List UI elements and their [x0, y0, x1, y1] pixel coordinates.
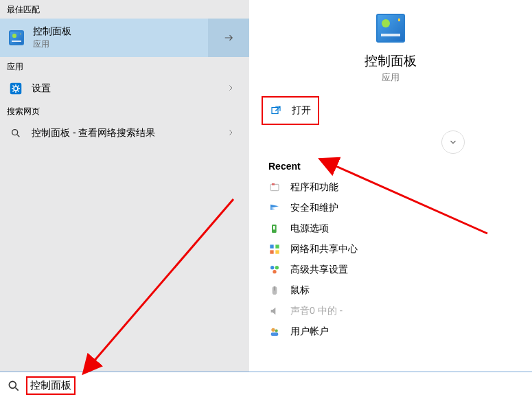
- recent-item-icon: [268, 305, 281, 317]
- open-preview-button[interactable]: [208, 19, 249, 57]
- chevron-down-icon: [448, 137, 458, 147]
- control-panel-icon: [8, 30, 25, 46]
- svg-rect-7: [273, 226, 275, 229]
- search-value: 控制面板: [30, 379, 71, 391]
- recent-item-icon: [268, 243, 281, 255]
- svg-rect-5: [272, 183, 275, 185]
- svg-rect-4: [270, 184, 279, 190]
- open-action[interactable]: 打开: [263, 98, 318, 124]
- recent-item[interactable]: 高级共享设置: [249, 260, 532, 280]
- recent-header: Recent: [249, 161, 532, 177]
- svg-point-18: [275, 330, 278, 332]
- recent-item[interactable]: 网络和共享中心: [249, 239, 532, 260]
- open-icon: [270, 104, 282, 117]
- recent-item-icon: [268, 326, 281, 338]
- svg-rect-10: [270, 250, 273, 253]
- settings-result[interactable]: 设置: [0, 76, 249, 102]
- svg-point-12: [270, 266, 274, 269]
- search-bar[interactable]: 控制面板: [0, 372, 532, 399]
- recent-item-icon: [268, 223, 281, 235]
- apps-header: 应用: [0, 57, 249, 76]
- arrow-right-icon: [222, 32, 235, 44]
- search-icon: [8, 126, 23, 141]
- svg-point-14: [273, 270, 276, 273]
- chevron-right-icon: [220, 127, 241, 139]
- annotation-box: 打开: [262, 96, 319, 125]
- recent-item-label: 高级共享设置: [290, 264, 348, 276]
- svg-point-2: [12, 130, 18, 135]
- web-result-label: 控制面板 - 查看网络搜索结果: [32, 127, 220, 139]
- recent-item[interactable]: 用户帐户: [249, 321, 532, 342]
- recent-item-label: 声音0 中的 -: [290, 305, 343, 317]
- recent-item-label: 鼠标: [290, 284, 310, 297]
- preview-subtitle: 应用: [382, 71, 400, 84]
- settings-label: 设置: [32, 82, 220, 95]
- recent-item: 声音0 中的 -: [249, 301, 532, 321]
- recent-item-label: 安全和维护: [290, 202, 338, 214]
- svg-rect-8: [270, 244, 273, 248]
- svg-rect-9: [275, 244, 279, 248]
- recent-item-icon: [268, 264, 281, 276]
- chevron-right-icon: [220, 82, 241, 95]
- open-label: 打开: [292, 104, 311, 117]
- gear-icon: [8, 81, 23, 96]
- results-panel: 最佳匹配 控制面板 应用 应用 设置: [0, 0, 249, 372]
- svg-rect-19: [271, 332, 279, 336]
- expand-button[interactable]: [441, 130, 465, 154]
- recent-item[interactable]: 鼠标: [249, 280, 532, 301]
- best-match-header: 最佳匹配: [0, 0, 249, 19]
- svg-point-13: [275, 266, 279, 269]
- search-icon: [7, 379, 21, 393]
- svg-rect-11: [275, 250, 279, 253]
- svg-point-17: [271, 328, 275, 332]
- recent-item-icon: [268, 181, 281, 194]
- recent-item-label: 程序和功能: [290, 181, 338, 194]
- control-panel-icon: [376, 14, 405, 43]
- annotation-box: 控制面板: [26, 376, 76, 395]
- svg-point-20: [9, 381, 16, 388]
- best-match-result[interactable]: 控制面板 应用: [0, 19, 249, 57]
- recent-item-label: 电源选项: [290, 223, 329, 235]
- recent-item[interactable]: 安全和维护: [249, 198, 532, 218]
- recent-item[interactable]: 程序和功能: [249, 177, 532, 198]
- recent-item-icon: [268, 202, 281, 214]
- result-title: 控制面板: [33, 25, 200, 38]
- recent-item-label: 网络和共享中心: [290, 243, 358, 255]
- recent-item-icon: [268, 284, 281, 297]
- web-search-result[interactable]: 控制面板 - 查看网络搜索结果: [0, 120, 249, 146]
- recent-item-label: 用户帐户: [290, 326, 329, 338]
- svg-rect-3: [272, 108, 278, 114]
- web-header: 搜索网页: [0, 102, 249, 120]
- preview-title: 控制面板: [365, 52, 417, 70]
- recent-item[interactable]: 电源选项: [249, 218, 532, 239]
- result-subtitle: 应用: [33, 38, 200, 50]
- preview-panel: 控制面板 应用 打开 Recent 程序和功能安全和维护电源选项网络和共享中心高…: [249, 0, 532, 372]
